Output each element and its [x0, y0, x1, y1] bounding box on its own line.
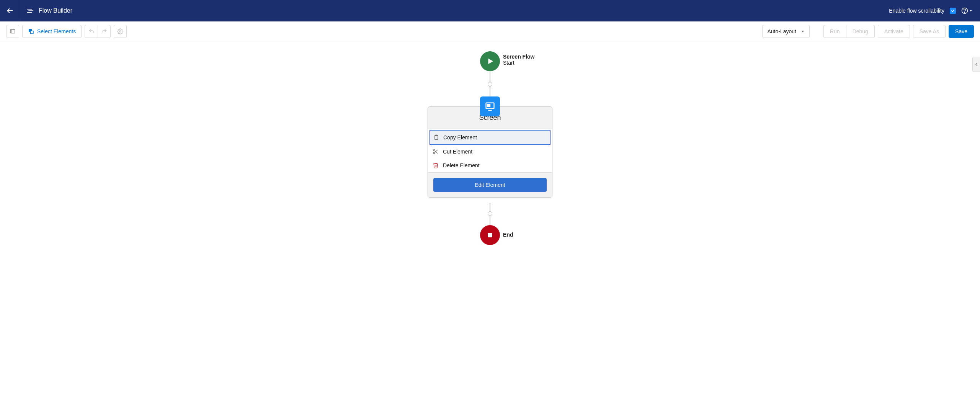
clipboard-icon: [433, 134, 439, 141]
select-elements-label: Select Elements: [37, 28, 76, 34]
check-icon: [951, 9, 955, 13]
add-element-button[interactable]: [488, 211, 492, 216]
copy-element-item[interactable]: Copy Element: [429, 130, 551, 145]
toolbar: Select Elements Auto-Layout Run Debug Ac…: [0, 21, 980, 41]
caret-down-icon: [969, 9, 972, 12]
app-header: Flow Builder Enable flow scrollability: [0, 0, 980, 21]
stop-icon: [486, 231, 494, 239]
copy-element-label: Copy Element: [443, 134, 477, 141]
activate-button[interactable]: Activate: [878, 25, 910, 38]
delete-element-item[interactable]: Delete Element: [429, 159, 551, 172]
save-as-button[interactable]: Save As: [913, 25, 946, 38]
run-button[interactable]: Run: [823, 25, 846, 38]
caret-down-icon: [801, 29, 805, 33]
svg-rect-7: [31, 31, 33, 33]
app-brand: Flow Builder: [20, 7, 78, 15]
svg-point-2: [964, 12, 965, 12]
start-circle: [480, 51, 500, 71]
undo-button[interactable]: [85, 25, 98, 38]
gear-icon: [117, 28, 123, 34]
start-node-label: Screen Flow Start: [503, 54, 534, 66]
select-elements-button[interactable]: Select Elements: [22, 25, 82, 38]
menu-footer: Edit Element: [428, 172, 552, 197]
debug-button[interactable]: Debug: [846, 25, 875, 38]
expand-right-panel-button[interactable]: [972, 57, 980, 72]
trash-icon: [432, 162, 439, 168]
cut-element-label: Cut Element: [443, 149, 472, 155]
settings-button[interactable]: [114, 25, 127, 38]
undo-icon: [88, 28, 95, 34]
scissors-icon: [432, 149, 439, 155]
back-button[interactable]: [0, 0, 20, 21]
cut-element-item[interactable]: Cut Element: [429, 145, 551, 159]
svg-marker-10: [488, 59, 493, 64]
back-arrow-icon: [6, 7, 14, 15]
toggle-left-panel-button[interactable]: [6, 25, 19, 38]
undo-redo-group: [85, 25, 111, 38]
connector: [490, 216, 490, 225]
menu-list: Copy Element Cut Element Delete Element: [428, 129, 552, 172]
app-title: Flow Builder: [39, 7, 72, 14]
header-left: Flow Builder: [0, 0, 78, 21]
screen-node[interactable]: [480, 96, 500, 116]
edit-element-button[interactable]: Edit Element: [433, 178, 547, 192]
help-menu[interactable]: [961, 7, 972, 14]
connector: [490, 71, 490, 82]
svg-marker-3: [970, 10, 972, 11]
svg-point-8: [119, 31, 121, 32]
layout-mode-label: Auto-Layout: [767, 28, 796, 34]
select-elements-icon: [28, 28, 34, 34]
header-right: Enable flow scrollability: [889, 7, 980, 14]
svg-rect-20: [488, 233, 492, 237]
canvas[interactable]: Screen Flow Start Screen Copy Element: [0, 41, 980, 420]
scrollability-checkbox[interactable]: [950, 8, 956, 14]
redo-icon: [101, 28, 107, 34]
toolbar-left: Select Elements: [6, 25, 127, 38]
svg-rect-15: [435, 135, 437, 136]
end-node-label: End: [503, 232, 513, 238]
scrollability-label: Enable flow scrollability: [889, 8, 944, 14]
connector: [490, 203, 490, 211]
add-element-button[interactable]: [488, 82, 492, 87]
svg-marker-9: [802, 31, 804, 32]
save-button[interactable]: Save: [949, 25, 974, 38]
panel-icon: [10, 28, 16, 34]
screen-icon: [485, 101, 495, 112]
redo-button[interactable]: [98, 25, 111, 38]
layout-mode-select[interactable]: Auto-Layout: [762, 25, 810, 38]
end-node[interactable]: End: [480, 225, 500, 245]
chevron-left-icon: [975, 62, 978, 66]
connector: [490, 87, 490, 96]
end-circle: [480, 225, 500, 245]
flow-builder-icon: [26, 7, 34, 15]
toolbar-right: Auto-Layout Run Debug Activate Save As S…: [762, 25, 974, 38]
help-icon: [961, 7, 968, 14]
delete-element-label: Delete Element: [443, 162, 480, 168]
svg-rect-4: [10, 29, 15, 33]
start-node[interactable]: Screen Flow Start: [480, 51, 500, 71]
play-icon: [486, 57, 494, 65]
svg-rect-12: [487, 104, 490, 106]
element-context-menu: Screen Copy Element Cut Element: [428, 106, 552, 198]
